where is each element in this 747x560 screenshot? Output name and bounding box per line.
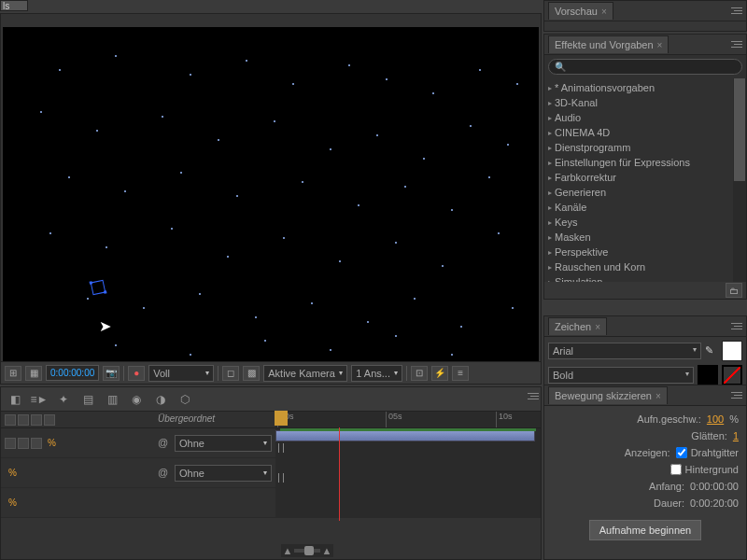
effects-category[interactable]: Perspektive — [544, 245, 733, 259]
camera-dropdown[interactable]: Aktive Kamera — [263, 365, 347, 382]
smoothing-value[interactable]: 1 — [733, 430, 739, 441]
close-icon[interactable]: × — [595, 322, 600, 332]
col-icon[interactable] — [5, 414, 16, 426]
wireframe-checkbox[interactable]: Drahtgitter — [676, 447, 739, 458]
effects-category[interactable]: Audio — [544, 110, 733, 125]
zoom-out-icon[interactable]: ▲ — [281, 545, 294, 556]
effects-tab[interactable]: Effekte und Vorgaben× — [548, 35, 669, 53]
selected-layer-box[interactable] — [91, 280, 106, 296]
roi-icon[interactable]: ◻ — [222, 366, 239, 381]
switch-icon[interactable] — [31, 438, 42, 449]
close-icon[interactable]: × — [601, 7, 607, 17]
effects-category[interactable]: 3D-Kanal — [544, 95, 733, 110]
timeline-zoom[interactable]: ▲ ▲ — [281, 544, 333, 557]
zoom-in-icon[interactable]: ▲ — [320, 545, 333, 556]
col-icon[interactable] — [31, 414, 42, 426]
col-icon[interactable] — [18, 414, 29, 426]
views-dropdown[interactable]: 1 Ans... — [351, 365, 402, 382]
font-weight-dropdown[interactable]: Bold — [548, 367, 694, 384]
scrollbar-thumb[interactable] — [734, 78, 745, 181]
fill-color-swatch[interactable] — [722, 341, 742, 361]
panel-menu-icon[interactable] — [724, 323, 742, 329]
effects-category[interactable]: Farbkorrektur — [544, 170, 733, 185]
close-icon[interactable]: × — [657, 40, 663, 50]
viewport[interactable]: ➤ — [3, 27, 539, 361]
tl-icon[interactable]: ≡► — [31, 391, 48, 408]
effects-category[interactable]: Dienstprogramm — [544, 140, 733, 155]
panel-menu-icon[interactable] — [724, 41, 742, 48]
start-capture-button[interactable]: Aufnahme beginnen — [589, 520, 701, 540]
resolution-dropdown[interactable]: Voll — [148, 365, 214, 382]
effects-search-input[interactable] — [548, 59, 742, 75]
transparency-icon[interactable]: ▩ — [243, 366, 260, 381]
layer-row[interactable]: % @ Ohne — [1, 428, 541, 458]
effects-category[interactable]: Masken — [544, 230, 733, 245]
parent-dropdown[interactable]: Ohne — [175, 435, 272, 452]
parent-dropdown[interactable]: Ohne — [175, 465, 272, 482]
time-ruler[interactable]: 00s 05s 10s — [275, 412, 541, 427]
layer-bar[interactable] — [275, 430, 535, 441]
graph-editor-icon[interactable]: ⬡ — [176, 391, 193, 408]
top-tab[interactable]: ls — [0, 0, 28, 11]
layer-handle[interactable] — [278, 443, 284, 453]
panel-menu-icon[interactable] — [724, 7, 742, 14]
effects-category[interactable]: Keys — [544, 215, 733, 230]
grid-icon[interactable]: ▦ — [25, 366, 42, 381]
layer-track[interactable] — [275, 428, 541, 457]
character-tab[interactable]: Zeichen× — [548, 317, 607, 335]
switch-icon[interactable] — [18, 438, 29, 449]
snapshot-icon[interactable]: 📷 — [103, 366, 120, 381]
stroke-color-swatch[interactable] — [698, 365, 718, 385]
eyedropper-icon[interactable]: ✎ — [705, 344, 718, 357]
tl-icon[interactable]: ▤ — [79, 391, 96, 408]
zoom-thumb[interactable] — [304, 546, 314, 555]
particle — [106, 246, 107, 248]
pickwhip-icon[interactable]: @ — [158, 437, 171, 450]
work-area-bar[interactable] — [280, 428, 536, 431]
background-checkbox[interactable]: Hintergrund — [670, 464, 739, 475]
scrollbar[interactable] — [733, 78, 746, 282]
effects-category[interactable]: Rauschen und Korn — [544, 259, 733, 274]
col-icon[interactable] — [44, 414, 55, 426]
layer-row[interactable]: % — [1, 488, 541, 518]
timeline-icon[interactable]: ≡ — [452, 366, 469, 381]
panel-menu-icon[interactable] — [520, 393, 539, 399]
magnify-icon[interactable]: ⊞ — [5, 366, 21, 381]
effects-category[interactable]: Generieren — [544, 185, 733, 200]
preview-tab[interactable]: Vorschau× — [548, 2, 613, 20]
tl-icon[interactable]: ▥ — [104, 391, 120, 408]
effects-category[interactable]: Simulation — [544, 274, 733, 282]
timecode-display[interactable]: 0:00:00:00 — [46, 365, 99, 381]
motion-blur-icon[interactable]: ◉ — [128, 391, 145, 408]
effects-category[interactable]: CINEMA 4D — [544, 125, 733, 140]
layer-value[interactable]: % — [8, 468, 17, 478]
fast-preview-icon[interactable]: ⚡ — [431, 366, 448, 381]
layer-track[interactable] — [275, 488, 541, 517]
zoom-track[interactable] — [294, 549, 320, 553]
layer-track[interactable] — [275, 458, 541, 487]
pixel-aspect-icon[interactable]: ⊡ — [411, 366, 428, 381]
no-stroke-swatch[interactable] — [722, 365, 742, 385]
layer-row[interactable]: % @ Ohne — [1, 458, 541, 488]
effects-category[interactable]: Einstellungen für Expressions — [544, 155, 733, 170]
switch-icon[interactable] — [5, 438, 16, 449]
pickwhip-icon[interactable]: @ — [158, 467, 171, 480]
tl-icon[interactable]: ◑ — [152, 391, 169, 408]
current-time-indicator[interactable] — [275, 411, 288, 426]
effects-list[interactable]: * Animationsvorgaben3D-KanalAudioCINEMA … — [544, 78, 746, 282]
layer-value[interactable]: % — [48, 438, 56, 448]
channels-icon[interactable]: ● — [128, 366, 145, 381]
effects-category[interactable]: Kanäle — [544, 200, 733, 215]
tl-icon[interactable]: ✦ — [55, 391, 72, 408]
layer-handle[interactable] — [278, 473, 284, 483]
new-bin-icon[interactable]: 🗀 — [726, 283, 742, 298]
tl-icon[interactable]: ◧ — [7, 391, 23, 408]
layer-value[interactable]: % — [8, 497, 17, 508]
motion-sketch-tab[interactable]: Bewegung skizzieren× — [548, 386, 668, 404]
playhead[interactable] — [339, 427, 340, 521]
panel-menu-icon[interactable] — [724, 392, 742, 399]
effects-category[interactable]: * Animationsvorgaben — [544, 80, 733, 95]
font-family-dropdown[interactable]: Arial — [548, 343, 701, 359]
capture-speed-value[interactable]: 100 — [707, 413, 724, 425]
close-icon[interactable]: × — [655, 391, 661, 401]
